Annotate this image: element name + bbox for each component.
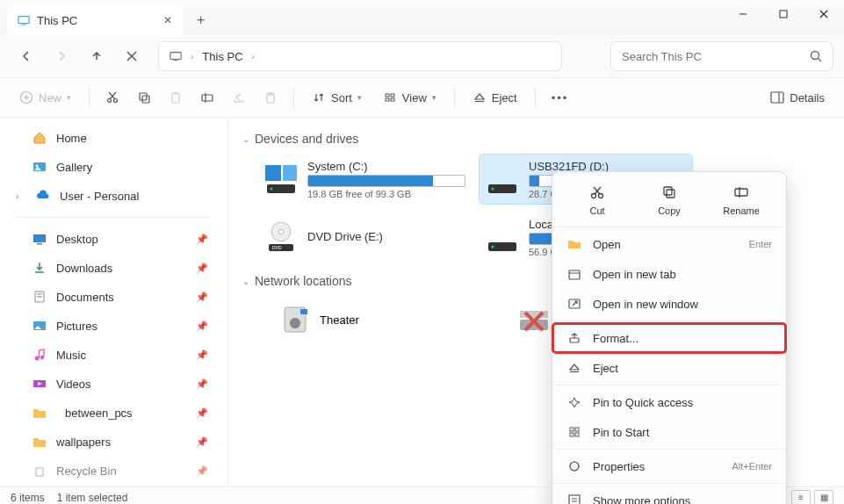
- eject-button[interactable]: Eject: [464, 83, 526, 112]
- chevron-down-icon: ⌄: [242, 134, 249, 144]
- drive-free: 19.8 GB free of 99.3 GB: [307, 189, 465, 199]
- chevron-right-icon[interactable]: ›: [16, 191, 26, 201]
- sidebar-item-recyclebin[interactable]: Recycle Bin📌: [5, 457, 222, 485]
- svg-rect-21: [172, 93, 179, 103]
- ctx-pin-quick[interactable]: Pin to Quick access: [552, 387, 786, 417]
- rename-button[interactable]: [193, 83, 221, 112]
- view-label: View: [402, 91, 427, 104]
- sidebar-item-videos[interactable]: Videos📌: [5, 370, 222, 398]
- svg-rect-80: [575, 428, 579, 431]
- broken-share-icon: [516, 302, 552, 337]
- tab-this-pc[interactable]: This PC ✕: [7, 5, 183, 35]
- network-item-theater[interactable]: Theater: [274, 297, 487, 342]
- back-button[interactable]: [11, 40, 42, 72]
- view-icon: [383, 90, 397, 104]
- svg-line-68: [595, 187, 601, 194]
- svg-rect-37: [33, 234, 46, 242]
- svg-rect-71: [667, 190, 674, 198]
- ctx-open-new-window[interactable]: Open in new window: [552, 289, 786, 319]
- folder-icon: [32, 405, 47, 421]
- tab-close-icon[interactable]: ✕: [163, 14, 172, 26]
- ctx-cut[interactable]: Cut: [571, 183, 624, 216]
- view-grid-button[interactable]: ▦: [814, 490, 833, 505]
- svg-rect-33: [771, 92, 783, 103]
- sidebar-item-gallery[interactable]: Gallery: [5, 153, 222, 181]
- sidebar-item-downloads[interactable]: Downloads📌: [5, 254, 222, 282]
- svg-rect-74: [569, 270, 580, 279]
- svg-point-10: [812, 52, 819, 60]
- svg-rect-48: [283, 165, 297, 181]
- sidebar-item-music[interactable]: Music📌: [5, 341, 222, 369]
- drive-system-c[interactable]: System (C:) 19.8 GB free of 99.3 GB: [258, 155, 471, 204]
- new-button[interactable]: New ▾: [11, 83, 80, 112]
- search-input[interactable]: [622, 50, 810, 63]
- svg-rect-22: [174, 92, 177, 94]
- svg-rect-25: [267, 95, 274, 103]
- svg-point-52: [492, 188, 494, 191]
- sort-button[interactable]: Sort▾: [303, 83, 371, 112]
- ctx-item-label: Open in new tab: [593, 268, 676, 281]
- details-button[interactable]: Details: [761, 83, 833, 112]
- share-button[interactable]: [225, 83, 253, 112]
- up-button[interactable]: [81, 40, 112, 72]
- svg-point-43: [35, 356, 40, 361]
- sidebar-item-desktop[interactable]: Desktop📌: [5, 225, 222, 253]
- svg-point-16: [114, 99, 118, 103]
- media-device-icon: [279, 302, 311, 337]
- paste-button[interactable]: [162, 83, 190, 112]
- sidebar-item-folder[interactable]: wallpapers📌: [5, 428, 222, 456]
- search-box[interactable]: [610, 41, 833, 71]
- ssd-icon: [485, 220, 520, 255]
- ssd-icon: [263, 162, 299, 197]
- view-list-button[interactable]: ≡: [791, 490, 811, 505]
- ctx-copy[interactable]: Copy: [643, 183, 696, 216]
- ctx-open-new-tab[interactable]: Open in new tab: [552, 259, 786, 289]
- sidebar-item-documents[interactable]: Documents📌: [5, 283, 222, 311]
- folder-icon: [32, 434, 47, 450]
- section-devices[interactable]: ⌄Devices and drives: [242, 132, 830, 146]
- ctx-pin-start[interactable]: Pin to Start: [552, 417, 786, 447]
- svg-line-69: [594, 187, 600, 194]
- svg-rect-28: [386, 94, 389, 97]
- pin-icon: 📌: [196, 263, 208, 274]
- ctx-properties[interactable]: PropertiesAlt+Enter: [552, 451, 786, 481]
- sidebar-item-home[interactable]: Home: [5, 124, 222, 152]
- forward-button[interactable]: [46, 40, 77, 72]
- minimize-button[interactable]: [723, 0, 763, 28]
- ctx-label: Rename: [723, 205, 760, 216]
- cut-button[interactable]: [98, 83, 126, 112]
- refresh-button[interactable]: [116, 40, 148, 72]
- delete-button[interactable]: [256, 83, 285, 112]
- maximize-button[interactable]: [763, 0, 804, 28]
- drive-dvd-e[interactable]: DVD DVD Drive (E:): [258, 212, 471, 262]
- svg-rect-63: [520, 311, 548, 318]
- address-bar[interactable]: › This PC ›: [158, 41, 562, 71]
- copy-icon: [137, 90, 151, 104]
- music-icon: [32, 347, 47, 363]
- view-button[interactable]: View▾: [374, 83, 445, 112]
- svg-rect-19: [140, 93, 147, 100]
- chevron-down-icon: ▾: [432, 93, 436, 102]
- sort-label: Sort: [331, 91, 352, 104]
- breadcrumb[interactable]: This PC: [202, 50, 242, 63]
- pin-start-icon: [566, 424, 582, 440]
- ctx-open[interactable]: OpenEnter: [552, 229, 786, 259]
- ctx-format[interactable]: Format...: [552, 323, 786, 353]
- ctx-eject[interactable]: Eject: [552, 353, 786, 383]
- add-tab-button[interactable]: +: [190, 9, 212, 32]
- separator: [16, 217, 212, 218]
- ctx-rename[interactable]: Rename: [715, 183, 768, 216]
- copy-button[interactable]: [130, 83, 158, 112]
- chevron-right-icon[interactable]: ›: [252, 52, 255, 61]
- chevron-down-icon: ▾: [357, 93, 362, 102]
- svg-rect-82: [575, 433, 579, 436]
- svg-point-60: [290, 318, 300, 328]
- sidebar-item-pictures[interactable]: Pictures📌: [5, 312, 222, 340]
- svg-rect-29: [391, 94, 394, 97]
- close-window-button[interactable]: [804, 0, 844, 28]
- ctx-more-options[interactable]: Show more options: [552, 486, 786, 504]
- ctx-item-label: Eject: [593, 362, 618, 375]
- sidebar-item-onedrive[interactable]: ›User - Personal: [5, 182, 222, 210]
- more-button[interactable]: •••: [545, 83, 576, 112]
- sidebar-item-folder[interactable]: between_pcs📌: [5, 399, 222, 427]
